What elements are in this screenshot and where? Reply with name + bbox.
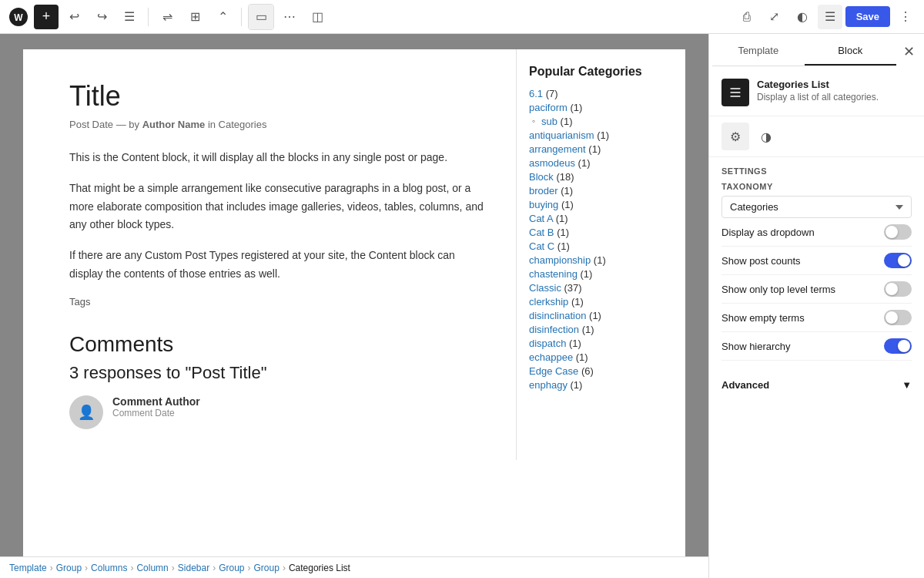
settings-sub-tab[interactable]: ⚙ (721, 123, 749, 150)
svg-text:W: W (14, 12, 23, 22)
toggle-switch[interactable] (884, 338, 912, 354)
taxonomy-label: TAXONOMY (721, 182, 912, 191)
category-link[interactable]: 6.1 (529, 88, 543, 99)
breadcrumb-separator: › (283, 563, 286, 573)
settings-section: Settings TAXONOMY Categories Display as … (709, 157, 924, 370)
category-link[interactable]: sub (541, 116, 557, 127)
options-button[interactable]: ⋮ (893, 5, 918, 29)
more-options-button[interactable]: ⋯ (277, 5, 302, 29)
theme-button[interactable]: ◐ (790, 5, 815, 29)
toggle-label: Show only top level terms (721, 284, 835, 295)
category-link[interactable]: Block (529, 171, 554, 183)
category-link[interactable]: dispatch (529, 338, 566, 349)
sep2 (241, 8, 242, 26)
breadcrumb-separator: › (50, 563, 53, 573)
category-link[interactable]: asmodeus (529, 157, 575, 169)
block-meta: Categories List Display a list of all ca… (757, 79, 879, 102)
toolbar-right: ⎙ ⤢ ◐ ☰ Save ⋮ (735, 5, 918, 29)
toggle-switch[interactable] (884, 310, 912, 325)
breadcrumb-item[interactable]: Columns (91, 563, 127, 573)
undo-button[interactable]: ↩ (62, 5, 86, 29)
breadcrumb-separator: › (248, 563, 251, 573)
tab-block[interactable]: Block (805, 37, 897, 66)
category-link[interactable]: disinfection (529, 324, 579, 335)
toggle-switch[interactable] (884, 224, 912, 240)
responses-heading[interactable]: 3 responses to "Post Title" (69, 363, 485, 383)
list-item: enphagy (1) (529, 379, 673, 391)
breadcrumb-separator: › (172, 563, 175, 573)
canvas-content: Title Post Date — by Author Name in Cate… (23, 49, 685, 460)
category-link[interactable]: chastening (529, 268, 578, 280)
category-link[interactable]: Classic (529, 282, 561, 294)
redo-button[interactable]: ↪ (89, 5, 114, 29)
categories-list-icon (728, 85, 743, 100)
toggle-sidebar-button[interactable]: ◫ (305, 5, 330, 29)
save-button[interactable]: Save (845, 6, 890, 27)
category-link[interactable]: disinclination (529, 310, 586, 321)
breadcrumb-item[interactable]: Group (219, 563, 244, 573)
list-item: disinfection (1) (529, 324, 673, 335)
list-item: Cat B (1) (529, 227, 673, 238)
patterns-button[interactable]: ⊞ (182, 5, 207, 29)
post-title[interactable]: Title (69, 80, 485, 113)
category-link[interactable]: Cat A (529, 213, 553, 224)
breadcrumb-item[interactable]: Template (9, 563, 47, 573)
advanced-collapse-icon: ▼ (902, 379, 912, 391)
editor-canvas[interactable]: Title Post Date — by Author Name in Cate… (0, 34, 708, 578)
popular-categories-title: Popular Categories (529, 65, 673, 79)
toggle-label: Show post counts (721, 255, 801, 267)
category-link[interactable]: Cat B (529, 227, 554, 238)
styles-sub-tab[interactable]: ◑ (752, 123, 780, 150)
category-link[interactable]: antiquarianism (529, 129, 594, 141)
add-block-button[interactable]: + (34, 5, 59, 29)
category-link[interactable]: echappee (529, 351, 573, 363)
breadcrumb-item[interactable]: Group (254, 563, 280, 573)
category-link[interactable]: paciform (529, 102, 567, 113)
close-panel-button[interactable]: ✕ (896, 39, 921, 64)
zoom-button[interactable]: ⌃ (210, 5, 235, 29)
post-content: Title Post Date — by Author Name in Cate… (23, 49, 516, 460)
breadcrumb-item[interactable]: Column (136, 563, 168, 573)
post-body: This is the Content block, it will displ… (69, 149, 485, 284)
breadcrumb-separator: › (213, 563, 216, 573)
toggle-row: Display as dropdown (721, 218, 912, 247)
full-screen-button[interactable]: ⤢ (762, 5, 787, 29)
tags-label[interactable]: Tags (69, 296, 485, 307)
advanced-title[interactable]: Advanced ▼ (721, 370, 912, 400)
category-link[interactable]: clerkship (529, 296, 568, 307)
comments-heading[interactable]: Comments (69, 332, 485, 357)
desktop-view-button[interactable]: ▭ (249, 5, 273, 29)
category-link[interactable]: arrangement (529, 143, 586, 155)
category-link[interactable]: enphagy (529, 379, 567, 391)
breadcrumb-item[interactable]: Sidebar (178, 563, 209, 573)
breadcrumb-item[interactable]: Group (56, 563, 82, 573)
settings-button[interactable]: ☰ (818, 5, 842, 29)
list-item: asmodeus (1) (529, 157, 673, 169)
taxonomy-field: TAXONOMY Categories (721, 182, 912, 218)
transform-button[interactable]: ⇌ (155, 5, 179, 29)
tab-template[interactable]: Template (712, 37, 805, 66)
toggle-switch[interactable] (884, 281, 912, 297)
toggle-switch[interactable] (884, 253, 912, 268)
svg-rect-4 (730, 96, 740, 97)
block-icon (721, 79, 749, 106)
comment-author: Comment Author (112, 395, 200, 408)
paragraph-1[interactable]: This is the Content block, it will displ… (69, 149, 485, 167)
wp-logo[interactable]: W (6, 5, 31, 29)
toggle-rows: Display as dropdownShow post countsShow … (721, 218, 912, 361)
category-link[interactable]: buying (529, 199, 558, 210)
taxonomy-select[interactable]: Categories (721, 196, 912, 218)
paragraph-3[interactable]: If there are any Custom Post Types regis… (69, 247, 485, 284)
block-name: Categories List (757, 79, 879, 90)
category-link[interactable]: championship (529, 254, 591, 266)
category-link[interactable]: Edge Case (529, 365, 578, 377)
preview-button[interactable]: ⎙ (735, 5, 759, 29)
toolbar-left: W + ↩ ↪ ☰ ⇌ ⊞ ⌃ ▭ ⋯ ◫ (6, 4, 330, 30)
list-view-button[interactable]: ☰ (117, 5, 142, 29)
breadcrumb-current-item: Categories List (289, 563, 350, 573)
breadcrumb-separator: › (85, 563, 88, 573)
category-link[interactable]: broder (529, 185, 558, 197)
paragraph-2[interactable]: That might be a simple arrangement like … (69, 180, 485, 234)
category-link[interactable]: Cat C (529, 240, 554, 252)
block-desc: Display a list of all categories. (757, 92, 879, 102)
